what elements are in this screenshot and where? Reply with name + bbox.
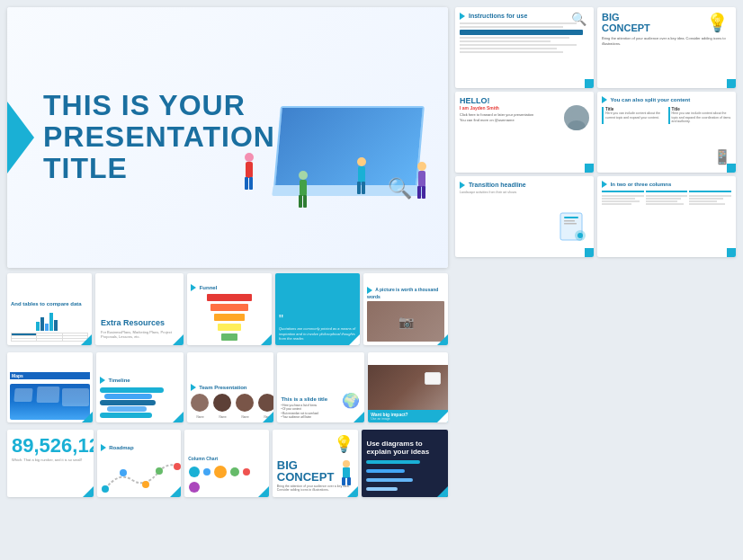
svg-point-25 [571, 109, 582, 120]
diagram-bars [366, 458, 443, 493]
quote-mark: " [279, 313, 356, 325]
hello-thumb[interactable]: HELLO! I am Jayden Smith Click here to f… [455, 92, 594, 173]
svg-rect-6 [357, 182, 361, 194]
timeline-title: Timeline [100, 377, 180, 384]
funnel-thumb[interactable]: Funnel [187, 273, 272, 345]
svg-rect-30 [564, 223, 577, 225]
transition-text: Landscape activities from their art show… [460, 191, 589, 194]
roadmap-title: Roadmap [101, 444, 178, 451]
triangle-accent [7, 102, 34, 173]
right-spacer [455, 261, 736, 553]
tag-photo-bg [368, 365, 448, 410]
instructions-thumb[interactable]: Instructions for use 🔍 [455, 7, 594, 88]
slide-title-thumb[interactable]: This is a slide title • Here you have a … [277, 352, 364, 422]
corner-accent [261, 334, 272, 345]
maps-thumb[interactable]: Maps [7, 352, 93, 422]
svg-point-17 [120, 469, 127, 476]
corner-accent [585, 248, 594, 257]
main-hero-slide: THIS IS YOUR PRESENTATION TITLE [7, 7, 448, 268]
corner-accent [437, 334, 448, 345]
person-3 [295, 170, 311, 214]
triangle-icon [101, 444, 106, 451]
chart-dots [188, 465, 265, 493]
corner-accent [258, 486, 269, 497]
mug-icon [425, 372, 441, 385]
search-icon: 🔍 [571, 12, 586, 26]
continent-asia [62, 388, 89, 406]
svg-rect-14 [417, 186, 421, 199]
corner-accent [437, 412, 448, 422]
col1-text: Here you can include content about the c… [605, 111, 666, 120]
triangle-icon [460, 182, 465, 189]
person-1 [241, 152, 257, 196]
timeline-bars [100, 387, 180, 419]
corner-accent [347, 486, 358, 497]
big-concept-2-thumb[interactable]: BIG CONCEPT Bring the attention of your … [273, 430, 359, 497]
instructions-title: Instructions for use [460, 12, 589, 20]
tables-thumb[interactable]: And tables to compare data [7, 273, 92, 345]
triangle-icon [100, 377, 105, 384]
corner-accent [349, 334, 360, 345]
roadmap-path [101, 453, 178, 493]
corner-accent [173, 334, 184, 345]
svg-point-26 [568, 120, 586, 130]
timeline-thumb[interactable]: Timeline [96, 352, 184, 422]
split-title: You can also split your content [602, 96, 731, 103]
corner-accent [354, 412, 364, 422]
triangle-icon [460, 13, 465, 20]
quotation-text: Quotations are commonly printed as a mea… [279, 326, 356, 342]
bottom-row-3: 89,526,124 Which. That a big number, and… [7, 430, 448, 497]
tag-subtitle: Use an image [371, 417, 445, 421]
columns-thumb[interactable]: In two or three columns [597, 176, 736, 257]
col2-text: Here you can include content about the t… [672, 111, 732, 124]
roadmap-thumb[interactable]: Roadmap [97, 430, 182, 497]
right-panel: Instructions for use 🔍 BIG CONCEPT [455, 7, 736, 553]
big-concept-1-thumb[interactable]: BIG CONCEPT Bring the attention of your … [597, 7, 736, 88]
tag-impact-thumb[interactable]: Want big impact? Use an image [368, 352, 448, 422]
big-number-thumb[interactable]: 89,526,124 Which. That a big number, and… [7, 430, 94, 497]
svg-rect-29 [564, 220, 575, 222]
split-content-thumb[interactable]: You can also split your content Title He… [597, 92, 736, 173]
svg-rect-11 [303, 195, 307, 208]
corner-accent [173, 412, 184, 422]
team-thumb[interactable]: Team Presentation Name Name Name [187, 352, 274, 422]
svg-point-16 [102, 485, 109, 493]
transition-illustration [553, 204, 589, 253]
globe-icon: 🌍 [342, 392, 360, 409]
magnifier-icon: 🔍 [388, 177, 412, 200]
bottom-row-1: And tables to compare data [7, 273, 448, 345]
avatar [564, 105, 589, 130]
continent-europe-africa [37, 387, 60, 403]
svg-point-19 [156, 467, 163, 475]
column-chart-thumb[interactable]: Column Chart [184, 430, 269, 497]
continent-americas [13, 388, 32, 402]
tables-title: And tables to compare data [11, 301, 88, 307]
corner-accent [263, 412, 273, 422]
extra-resources-thumb[interactable]: Extra Resources For BusinessPlans, Marke… [95, 273, 184, 345]
right-row-1: Instructions for use 🔍 BIG CONCEPT [455, 7, 736, 88]
use-diagrams-thumb[interactable]: Use diagrams to explain your ideas [362, 430, 448, 497]
picture-thumb[interactable]: A picture is worth a thousand words 📷 [363, 273, 448, 345]
svg-rect-22 [343, 467, 350, 478]
corner-accent [585, 79, 594, 88]
transition-thumb[interactable]: Transition headline Landscape activities… [455, 176, 594, 257]
svg-point-20 [174, 463, 181, 470]
svg-rect-7 [362, 182, 365, 194]
big-number-value: 89,526,124 [12, 434, 89, 458]
triangle-icon [602, 96, 607, 103]
svg-point-32 [577, 233, 583, 238]
svg-point-8 [299, 171, 308, 180]
corner-accent [585, 164, 594, 173]
svg-point-21 [343, 460, 350, 467]
column-chart-title: Column Chart [188, 456, 265, 461]
corner-accent [437, 486, 448, 497]
funnel-title: Funnel [191, 284, 268, 291]
quotation-thumb[interactable]: " Quotations are commonly printed as a m… [275, 273, 360, 345]
big-number-caption: Which. That a big number, and it is so s… [12, 458, 89, 462]
svg-rect-13 [418, 171, 425, 187]
corner-accent [727, 164, 736, 173]
big-concept-1-text: Bring the attention of your audience ove… [602, 36, 731, 46]
svg-point-0 [245, 153, 254, 162]
use-diagrams-title: Use diagrams to explain your ideas [366, 440, 443, 456]
svg-rect-5 [358, 166, 365, 182]
